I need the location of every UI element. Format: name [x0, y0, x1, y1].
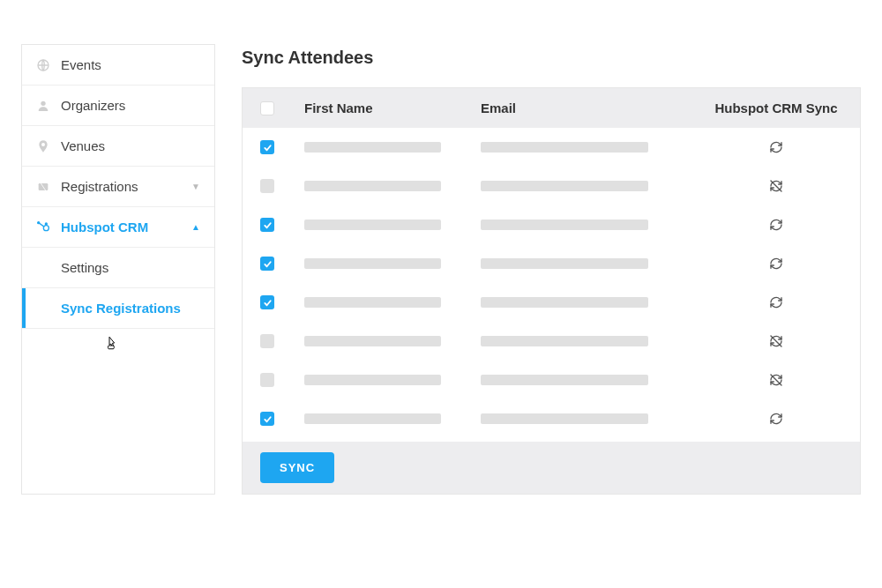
attendees-table: First Name Email Hubspot CRM Sync SYNC — [242, 87, 861, 495]
sidebar-item-registrations[interactable]: Registrations ▼ — [22, 167, 214, 207]
email-placeholder — [481, 258, 648, 269]
email-placeholder — [481, 181, 648, 191]
table-row — [243, 361, 860, 399]
header-sync: Hubspot CRM Sync — [710, 100, 842, 115]
select-all-checkbox[interactable] — [260, 101, 274, 115]
sidebar-sub-sync-registrations[interactable]: Sync Registrations — [22, 288, 214, 329]
firstname-placeholder — [304, 413, 441, 424]
table-row — [243, 128, 860, 167]
firstname-placeholder — [304, 142, 441, 153]
globe-icon — [36, 58, 50, 72]
sync-enabled-icon[interactable] — [769, 140, 783, 154]
chevron-up-icon: ▲ — [191, 222, 200, 232]
header-firstname: First Name — [304, 100, 481, 115]
row-checkbox[interactable] — [260, 334, 274, 348]
page-title: Sync Attendees — [242, 48, 861, 68]
row-checkbox[interactable] — [260, 257, 274, 271]
table-row — [243, 205, 860, 244]
firstname-placeholder — [304, 375, 441, 385]
sidebar-label-registrations: Registrations — [61, 179, 138, 194]
sync-enabled-icon[interactable] — [769, 257, 783, 271]
email-placeholder — [481, 142, 648, 153]
sync-enabled-icon[interactable] — [769, 218, 783, 232]
email-placeholder — [481, 336, 648, 346]
svg-point-1 — [41, 100, 45, 105]
sidebar-sub-settings[interactable]: Settings — [22, 248, 214, 288]
sidebar-label-hubspot: Hubspot CRM — [61, 220, 148, 234]
user-icon — [36, 99, 50, 113]
sync-button[interactable]: SYNC — [260, 452, 334, 483]
firstname-placeholder — [304, 220, 441, 230]
row-checkbox[interactable] — [260, 412, 274, 426]
row-checkbox[interactable] — [260, 295, 274, 309]
sync-enabled-icon[interactable] — [769, 412, 783, 426]
table-body — [243, 128, 860, 442]
firstname-placeholder — [304, 258, 441, 269]
firstname-placeholder — [304, 181, 441, 191]
row-checkbox[interactable] — [260, 140, 274, 154]
sync-disabled-icon[interactable] — [769, 373, 783, 387]
email-placeholder — [481, 220, 648, 230]
table-row — [243, 283, 860, 322]
sync-enabled-icon[interactable] — [769, 295, 783, 309]
sidebar: Events Organizers Venues Registrations ▼ — [21, 44, 215, 495]
table-row — [243, 167, 860, 205]
sync-disabled-icon[interactable] — [769, 179, 783, 193]
email-placeholder — [481, 297, 648, 308]
email-placeholder — [481, 413, 648, 424]
sidebar-sub-label-settings: Settings — [61, 260, 108, 275]
sidebar-label-events: Events — [61, 57, 101, 72]
sidebar-item-events[interactable]: Events — [22, 45, 214, 86]
sync-disabled-icon[interactable] — [769, 334, 783, 348]
sidebar-label-venues: Venues — [61, 138, 105, 153]
svg-point-5 — [38, 221, 40, 223]
pin-icon — [36, 139, 50, 153]
table-row — [243, 322, 860, 361]
row-checkbox[interactable] — [260, 218, 274, 232]
row-checkbox[interactable] — [260, 373, 274, 387]
firstname-placeholder — [304, 336, 441, 346]
row-checkbox[interactable] — [260, 179, 274, 193]
header-email: Email — [481, 100, 710, 115]
chevron-down-icon: ▼ — [191, 182, 200, 191]
sidebar-label-organizers: Organizers — [61, 98, 125, 113]
ticket-icon — [36, 180, 50, 194]
hubspot-icon — [36, 220, 50, 234]
main-content: Sync Attendees First Name Email Hubspot … — [242, 44, 861, 495]
firstname-placeholder — [304, 297, 441, 308]
sidebar-item-organizers[interactable]: Organizers — [22, 86, 214, 126]
email-placeholder — [481, 375, 648, 385]
sidebar-item-venues[interactable]: Venues — [22, 126, 214, 167]
table-header: First Name Email Hubspot CRM Sync — [243, 88, 860, 128]
table-footer: SYNC — [243, 442, 860, 494]
table-row — [243, 244, 860, 283]
sidebar-item-hubspot[interactable]: Hubspot CRM ▲ — [22, 207, 214, 248]
table-row — [243, 399, 860, 438]
sidebar-sub-label-sync: Sync Registrations — [61, 301, 181, 316]
